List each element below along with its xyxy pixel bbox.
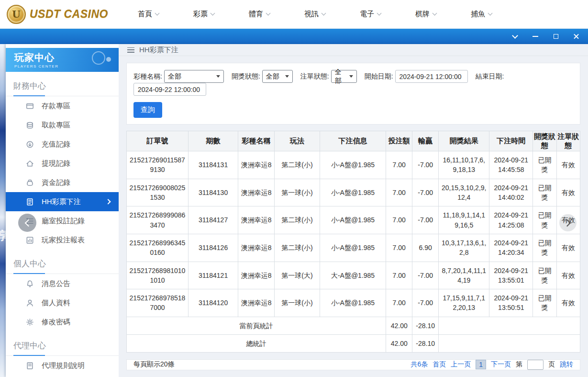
bank-home-icon — [26, 160, 34, 168]
prev-page-link[interactable]: 上一页 — [451, 360, 471, 369]
end-date-input[interactable] — [133, 83, 206, 96]
cell-win-loss: 6.90 — [412, 234, 439, 262]
sidebar-item-label: 資金記錄 — [42, 178, 70, 187]
order-status-select[interactable]: 全部 — [331, 70, 357, 83]
nav-menu-item[interactable]: 彩票 — [193, 10, 214, 19]
cell-bet-time: 2024-09-21 13:55:01 — [489, 262, 533, 289]
person-icon — [26, 299, 34, 307]
cell-issue-number: 31184120 — [188, 289, 238, 317]
nav-item-label: 體育 — [249, 10, 263, 19]
cell-bet-info: 大-A盤@1.985 — [320, 262, 386, 289]
cell-order-status: 有效 — [556, 179, 580, 206]
logo-text: USDT CASINO — [30, 8, 108, 21]
carousel-prev-button[interactable] — [18, 214, 36, 232]
cell-draw-result: 11,18,9,1,14,19,16,5 — [439, 206, 489, 234]
cell-bet-info: 小-A盤@1.985 — [320, 289, 386, 317]
cell-play-type: 第一球(小) — [275, 179, 320, 206]
section-agent-center: 代理中心 — [6, 337, 119, 356]
sidebar-item-player-bet-report[interactable]: 玩家投注報表 — [6, 230, 119, 250]
nav-item-label: 彩票 — [193, 10, 208, 19]
sidebar-subtitle: PLAYERS CENTER — [14, 64, 119, 69]
nav-menu-item[interactable]: 捕魚 — [471, 10, 492, 19]
page-jump-input[interactable] — [527, 360, 544, 370]
cell-lottery-name: 澳洲幸运8 — [238, 179, 275, 206]
screen: U USDT CASINO 首頁 彩票 體育 — [0, 0, 588, 377]
section-personal-center: 個人中心 — [6, 255, 119, 274]
top-navigation: U USDT CASINO 首頁 彩票 體育 — [0, 0, 588, 29]
chevron-down-icon — [512, 33, 518, 39]
cell-draw-result: 10,3,17,13,6,1,2,8 — [439, 234, 489, 262]
main-nav: 首頁 彩票 體育 視訊 電子 — [138, 10, 492, 19]
cell-bet-amount: 7.00 — [386, 234, 412, 262]
lottery-name-label: 彩種名稱: — [133, 72, 162, 81]
draw-status-select[interactable]: 全部 — [262, 70, 293, 83]
pagination-bar: 每頁顯示20條 共6条 首页 上一页 1 下一页 第 页 跳转 — [126, 359, 580, 370]
background-text-fragment: 享 — [0, 228, 6, 243]
cell-order-status: 有效 — [556, 262, 580, 289]
summary-row-grand-total: 總統計 42.00 -28.10 — [127, 334, 580, 352]
nav-menu-item[interactable]: 棋牌 — [415, 10, 436, 19]
sidebar-item-label: 代理規則說明 — [42, 361, 85, 370]
cell-bet-info: 小-A盤@1.985 — [320, 179, 386, 206]
cell-win-loss: -7.00 — [412, 179, 439, 206]
background-banner-strip: 享 — [0, 44, 6, 377]
sidebar: 玩家中心 PLAYERS CENTER 財務中心 存款專區 取款專區 充值記錄 … — [6, 44, 119, 377]
window-collapse-button[interactable] — [511, 33, 519, 40]
column-header: 開獎狀態 — [533, 131, 556, 151]
sidebar-item-label: 廳室投註記錄 — [42, 217, 85, 226]
lottery-name-select[interactable]: 全部 — [164, 70, 224, 83]
column-header: 彩種名稱 — [238, 131, 275, 151]
summary-empty — [439, 317, 580, 334]
current-page-indicator[interactable]: 1 — [476, 360, 486, 369]
sidebar-item-recharge-record[interactable]: 充值記錄 — [6, 135, 119, 154]
cell-order-id: 2152172690080251530 — [127, 179, 189, 206]
sidebar-item-funds-record[interactable]: 資金記錄 — [6, 173, 119, 192]
chevron-right-icon — [563, 219, 571, 227]
nav-menu-item[interactable]: 電子 — [360, 10, 381, 19]
cell-bet-time: 2024-09-21 14:40:02 — [489, 179, 533, 206]
jump-button[interactable]: 跳转 — [560, 360, 573, 369]
start-date-input[interactable] — [395, 70, 468, 83]
nav-menu-item[interactable]: 體育 — [249, 10, 270, 19]
sidebar-item-profile[interactable]: 個人資料 — [6, 293, 119, 312]
window-minimize-button[interactable] — [532, 33, 539, 40]
column-header: 玩法 — [275, 131, 320, 151]
chevron-down-icon — [155, 11, 160, 16]
nav-item-label: 首頁 — [138, 10, 152, 19]
carousel-next-button[interactable] — [559, 214, 577, 231]
next-page-link[interactable]: 下一页 — [491, 360, 511, 369]
sidebar-item-agent-rules[interactable]: 代理規則說明 — [6, 356, 119, 375]
nav-menu-item[interactable]: 首頁 — [138, 10, 159, 19]
cell-play-type: 第一球(小) — [275, 289, 320, 317]
window-maximize-button[interactable] — [552, 33, 560, 40]
cell-order-id: 2152172690115879130 — [127, 151, 189, 179]
sidebar-item-change-password[interactable]: 修改密碼 — [6, 312, 119, 331]
table-row: 2152172689963450160 31184126 澳洲幸运8 第二球(小… — [127, 234, 580, 262]
bets-table: 訂單號 期數 彩種名稱 玩法 下注信息 投注額 — [126, 131, 580, 353]
chevron-down-icon — [285, 75, 289, 78]
filter-panel: 彩種名稱: 全部 開獎狀態: 全部 注單狀態: 全部 開始 — [126, 63, 580, 125]
sidebar-item-label: 取款專區 — [42, 121, 70, 130]
sidebar-item-withdraw[interactable]: 取款專區 — [6, 115, 119, 135]
sidebar-item-label: 消息公告 — [42, 279, 70, 288]
cell-bet-time: 2024-09-21 14:20:34 — [489, 234, 533, 262]
usdt-casino-logo[interactable]: U USDT CASINO — [7, 5, 108, 24]
window-close-button[interactable] — [573, 33, 580, 40]
minimize-icon — [533, 36, 538, 37]
column-header: 訂單號 — [127, 131, 189, 151]
pagination-controls: 共6条 首页 上一页 1 下一页 第 页 跳转 — [410, 360, 573, 370]
chevron-down-icon — [488, 11, 493, 16]
order-status-label: 注單狀態: — [300, 72, 329, 81]
sidebar-item-cashout-record[interactable]: 提現記錄 — [6, 154, 119, 173]
sidebar-item-announcements[interactable]: 消息公告 — [6, 274, 119, 293]
nav-menu-item[interactable]: 視訊 — [304, 10, 325, 19]
hamburger-icon[interactable] — [127, 47, 134, 53]
bets-table-card: 訂單號 期數 彩種名稱 玩法 下注信息 投注額 — [126, 131, 580, 353]
start-date-label: 開始日期: — [365, 72, 393, 81]
sidebar-item-deposit[interactable]: 存款專區 — [6, 96, 119, 115]
player-center-window: 玩家中心 PLAYERS CENTER 財務中心 存款專區 取款專區 充值記錄 … — [6, 44, 588, 377]
search-button[interactable]: 查詢 — [133, 102, 162, 118]
sidebar-item-hh-lottery-bets[interactable]: HH彩票下注 — [6, 192, 119, 211]
first-page-link[interactable]: 首页 — [433, 360, 446, 369]
cell-issue-number: 31184121 — [188, 262, 238, 289]
